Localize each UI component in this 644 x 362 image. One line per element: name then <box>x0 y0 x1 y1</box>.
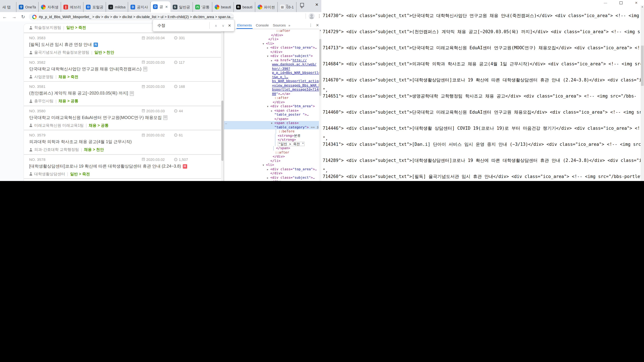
dom-tree-row[interactable]: t&p_p_l… <box>224 75 319 79</box>
dom-tree-row[interactable]: ▶<div class="top_area">… <box>224 45 319 50</box>
dom-tree-row[interactable]: "table_poster ">… <box>224 113 319 117</box>
collapse-arrow-icon[interactable]: ▼ <box>271 121 272 125</box>
list-item[interactable]: NO. 35772020.03.02102생명공학대학 교학행정팀 학사조교 채… <box>24 179 222 181</box>
editor-line[interactable]: 714730"> <div class="subject_txt">단국대학교 … <box>323 13 641 29</box>
dom-tree-row[interactable]: </li> <box>224 159 319 163</box>
expand-arrow-icon[interactable]: ▶ <box>271 58 272 63</box>
list-item[interactable]: NO. 35812020.03.03168(천안캠퍼스) 계약직 채용 공고[~… <box>24 82 222 106</box>
devtools-close-icon[interactable]: ✕ <box>316 23 319 27</box>
dom-tree-row[interactable]: ▶<a href="http:// <box>224 58 319 62</box>
browser-tab[interactable]: ⚲OneTa <box>16 2 39 12</box>
dom-tree-row[interactable]: <strong>분류 <box>224 134 319 138</box>
dom-tree-row[interactable]: "table_category"> == $0 <box>224 125 319 129</box>
list-item[interactable]: NO. 35802020.03.0344단국대학교 미래교육혁신원 EduAI센… <box>24 106 222 130</box>
dom-tree-row[interactable]: bs_WAR_bbsportlet_action <box>224 79 319 83</box>
browser-tab[interactable]: 가'공통 <box>193 2 212 12</box>
page-scrollbar[interactable] <box>221 21 224 181</box>
find-next-icon[interactable]: ∨ <box>222 24 224 27</box>
editor-line[interactable]: 714729"> <div class="subject_txt">(천안캠퍼스… <box>323 29 641 45</box>
browser-tab[interactable]: D공지사 <box>128 2 150 12</box>
browser-menu-icon[interactable]: ⋮ <box>317 15 319 17</box>
dom-tree-row[interactable]: p_p_id=Bbs_WAR_bbsportle <box>224 71 319 75</box>
editor-line[interactable]: 714713"> <div class="subject_txt">단국대학교 … <box>323 45 641 61</box>
gutter-more-icon[interactable]: … <box>225 121 228 125</box>
editor-line[interactable]: 714651"> <div class="subject_txt">생명공학대학… <box>323 93 641 109</box>
dom-tree-row[interactable]: 00">…</a> <box>224 92 319 96</box>
more-tabs-icon[interactable]: » <box>288 23 290 27</box>
collapse-arrow-icon[interactable]: ▼ <box>263 42 264 46</box>
dom-tree-row[interactable]: ▶<div class="subject">… <box>224 175 319 180</box>
expand-arrow-icon[interactable]: ▶ <box>271 109 272 113</box>
post-title[interactable]: [필독] 도서관 임시 휴관 연장 안내N <box>29 42 98 48</box>
dom-tree-row[interactable]: "일반 > 죽전 " <box>224 142 319 146</box>
browser-tab[interactable]: ◖mildsa <box>106 2 128 12</box>
post-title[interactable]: 단국대학교 대학혁신사업단 연구교원 채용 안내(죽전캠퍼스) <box>29 66 147 72</box>
dom-tree-row[interactable]: …▼<span class= <box>224 121 319 125</box>
dom-tree-row[interactable]: </span> <box>224 146 319 150</box>
post-title[interactable]: (천안캠퍼스) 계약직 채용 공고[~2020.03.05(목) 까지] <box>29 90 134 96</box>
dom-tree-row[interactable]: ▼<li> <box>224 163 319 167</box>
editor-line[interactable]: 714684"> <div class="subject_txt">의과대학 의… <box>323 61 641 77</box>
dom-tree-row[interactable]: ▼<div class="subject"> <box>224 54 319 58</box>
collapse-arrow-icon[interactable]: ▼ <box>263 163 264 167</box>
minimize-icon[interactable]: — <box>598 0 613 5</box>
tab-sources[interactable]: Sources <box>271 21 288 29</box>
dom-tree-row[interactable]: ▼<div class="btm_area"> <box>224 104 319 108</box>
reload-icon[interactable]: ↻ <box>21 14 25 19</box>
forward-icon[interactable]: → <box>12 14 16 19</box>
list-item[interactable]: NO. 35782020.03.021,507[대학생활상담센터]코로나 19 … <box>24 155 222 179</box>
tab-elements[interactable]: Elements <box>235 21 254 29</box>
dom-tree-row[interactable]: ::after <box>224 150 319 155</box>
find-query[interactable]: 수정 <box>157 23 209 28</box>
expand-arrow-icon[interactable]: ▶ <box>267 167 268 172</box>
notepad-scrollbar[interactable]: ▲ <box>641 5 644 181</box>
dom-tree-row[interactable]: =view_message&_Bbs_WAR_b <box>224 83 319 87</box>
collapse-arrow-icon[interactable]: ▼ <box>267 54 268 58</box>
tab-close-icon[interactable]: ✕ <box>165 5 168 8</box>
dom-tree-row[interactable]: ▼<li> <box>224 41 319 45</box>
dom-tree-row[interactable]: </div> <box>224 100 319 104</box>
editor-line[interactable]: 714341"> <div class="subject_txt">[Dan.i… <box>323 141 641 158</box>
list-item[interactable]: NO. 35832020.03.04331[필독] 도서관 임시 휴관 연장 안… <box>24 33 222 57</box>
editor-line[interactable]: 714460"> <div class="subject_txt">단국대학교 … <box>323 109 641 125</box>
post-title[interactable]: 의과대학 의학과 학사조교 채용 공고(4월 1일 근무시작) <box>29 139 132 145</box>
devtools-menu-icon[interactable]: ⋮ <box>309 23 312 27</box>
browser-tab[interactable]: 자취생 <box>39 2 61 12</box>
list-item[interactable]: NO. 35792020.03.0261의과대학 의학과 학사조교 채용 공고(… <box>24 130 222 155</box>
post-title[interactable]: 단국대학교 미래교육혁신원 EduAI센터 연구교원(MOOC연구) 채용모집 <box>29 115 167 120</box>
dom-tree-row[interactable]: ▶<div class="top_area">… <box>224 167 319 171</box>
dom-tree-row[interactable]: </div> <box>224 50 319 54</box>
notepad-text-area[interactable]: 714730"> <div class="subject_txt">단국대학교 … <box>323 5 641 181</box>
post-title[interactable]: [대학생활상담센터]코로나 19 확산에 따른 대학생활상담센터 휴관 안내 (… <box>29 163 187 169</box>
dom-tree-row[interactable]: </div> <box>224 180 319 181</box>
dom-tree-row[interactable]: </div> <box>224 33 319 37</box>
find-prev-icon[interactable]: ∧ <box>215 24 217 27</box>
dom-tree-row[interactable]: bsportlet_messageId=7148 <box>224 87 319 92</box>
browser-tab[interactable]: beauti <box>212 2 234 12</box>
editor-line[interactable]: 714670"> <div class="subject_txt">[대학생활상… <box>323 77 641 93</box>
dom-tree-row[interactable]: ::after <box>224 29 319 33</box>
browser-tab[interactable]: D공✕ <box>150 1 170 12</box>
back-icon[interactable]: ← <box>2 14 7 19</box>
dom-tree-row[interactable]: kor/-390? <box>224 66 319 71</box>
browser-tab[interactable]: Bbeauti <box>234 2 255 12</box>
expand-arrow-icon[interactable]: ▶ <box>267 176 268 180</box>
close-icon[interactable]: ✕ <box>628 0 644 5</box>
list-item[interactable]: NO. 35822020.03.03117단국대학교 대학혁신사업단 연구교원 … <box>24 57 222 82</box>
browser-tab[interactable]: D포털공 <box>84 2 106 12</box>
dom-tree-row[interactable]: </div> <box>224 171 319 175</box>
collapse-arrow-icon[interactable]: ▼ <box>267 105 268 109</box>
dom-tree-row[interactable]: </div> <box>224 155 319 159</box>
find-close-icon[interactable]: ✕ <box>228 23 231 28</box>
browser-tab[interactable]: 파이썬 <box>255 2 278 12</box>
tab-console[interactable]: Console <box>254 21 271 29</box>
browser-tab[interactable]: 새 탭 <box>0 2 16 12</box>
restore-icon[interactable] <box>300 3 304 6</box>
editor-line[interactable]: 714260"> <div class="subject_txt">[필독] 율… <box>323 174 641 181</box>
restore-icon[interactable] <box>613 0 628 5</box>
profile-avatar[interactable] <box>308 13 314 19</box>
browser-tab[interactable]: S일반공 <box>170 2 193 12</box>
dom-tree-row[interactable]: www.dankook.ac.kr/web/ <box>224 62 319 66</box>
editor-line[interactable]: 714446"> <div class="subject_txt">[대학생활 … <box>323 125 641 141</box>
browser-tab[interactable]: ❙에브리 <box>61 2 84 12</box>
